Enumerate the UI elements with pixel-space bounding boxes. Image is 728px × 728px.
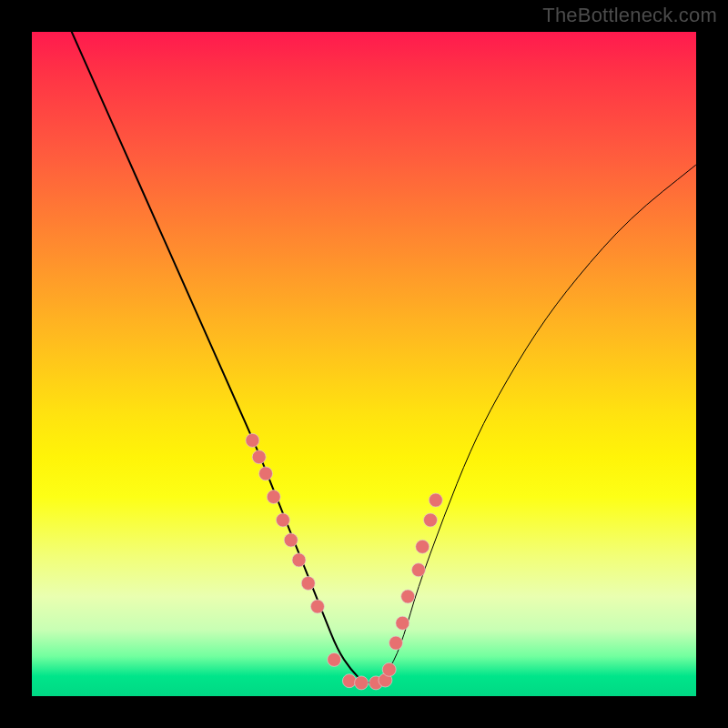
data-point [284, 533, 298, 547]
data-point [310, 600, 324, 613]
data-point [246, 433, 259, 447]
data-point [301, 576, 315, 590]
data-point [401, 590, 415, 603]
data-point [411, 563, 425, 577]
data-point [355, 676, 369, 690]
data-point [292, 553, 306, 567]
data-point [396, 616, 410, 630]
data-point [382, 662, 396, 676]
chart-frame: TheBottleneck.com [0, 0, 728, 728]
curve-right-segment [378, 165, 696, 682]
watermark-text: TheBottleneck.com [542, 4, 717, 27]
plot-area [32, 32, 696, 696]
data-point [259, 467, 273, 480]
chart-svg [32, 32, 696, 696]
data-point [252, 450, 266, 464]
curve-left-segment [72, 32, 378, 682]
data-point [416, 540, 430, 553]
data-point [328, 652, 341, 666]
data-point [267, 490, 280, 504]
data-point [276, 513, 289, 527]
data-point [389, 636, 403, 650]
data-point [429, 493, 442, 507]
data-point [342, 674, 356, 688]
data-point [424, 513, 438, 527]
data-points [246, 433, 442, 690]
